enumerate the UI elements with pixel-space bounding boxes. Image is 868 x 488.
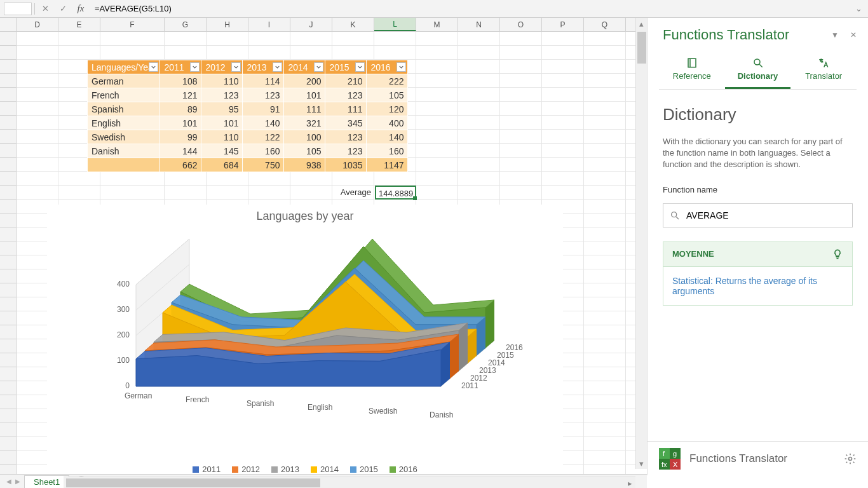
column-headers: DEFGHIJKLMNOPQ xyxy=(0,18,647,32)
panel-menu-icon[interactable]: ▼ xyxy=(831,30,839,39)
column-header[interactable]: J xyxy=(290,18,332,31)
lightbulb-icon xyxy=(832,248,843,260)
table-header[interactable]: 2011 xyxy=(160,60,201,74)
formula-input[interactable] xyxy=(91,3,850,15)
column-header[interactable]: M xyxy=(416,18,458,31)
row-header[interactable] xyxy=(0,409,16,423)
tab-reference[interactable]: Reference xyxy=(659,53,725,89)
row-header[interactable] xyxy=(0,74,16,88)
vertical-scrollbar[interactable]: ▴ ▾ xyxy=(635,18,647,469)
name-box[interactable] xyxy=(4,3,32,15)
row-header[interactable] xyxy=(0,144,16,158)
horizontal-scrollbar[interactable]: ◂ ▸ xyxy=(64,477,635,488)
row-header[interactable] xyxy=(0,172,16,186)
tab-dictionary[interactable]: Dictionary xyxy=(725,53,791,89)
row-header[interactable] xyxy=(0,158,16,172)
column-header[interactable]: N xyxy=(458,18,500,31)
filter-dropdown-icon[interactable] xyxy=(397,62,406,72)
row-header[interactable] xyxy=(0,186,16,200)
cancel-icon[interactable]: ✕ xyxy=(37,4,53,13)
row-header[interactable] xyxy=(0,339,16,353)
tab-translator[interactable]: Translator xyxy=(790,53,857,89)
row-header[interactable] xyxy=(0,255,16,269)
row-header[interactable] xyxy=(0,102,16,116)
row-header[interactable] xyxy=(0,451,16,465)
select-all-corner[interactable] xyxy=(0,18,17,31)
column-header[interactable]: L xyxy=(374,18,416,31)
sheet-tab-active[interactable]: Sheet1 xyxy=(24,475,69,488)
table-header[interactable]: 2016 xyxy=(367,60,408,74)
panel-description: With the dictionary you can search for a… xyxy=(663,136,853,171)
column-header[interactable]: P xyxy=(542,18,584,31)
table-header[interactable]: 2014 xyxy=(284,60,325,74)
expand-formula-icon[interactable]: ⌄ xyxy=(853,4,864,13)
column-header[interactable]: E xyxy=(58,18,100,31)
row-header[interactable] xyxy=(0,381,16,395)
row-header[interactable] xyxy=(0,130,16,144)
hscroll-thumb[interactable] xyxy=(66,478,320,487)
tab-nav-prev-icon[interactable]: ◀ xyxy=(6,478,11,485)
row-header[interactable] xyxy=(0,60,16,74)
table-header[interactable]: 2013 xyxy=(243,60,284,74)
selected-cell[interactable]: 144.8889 xyxy=(375,186,416,200)
legend-item: 2013 xyxy=(271,464,299,474)
filter-dropdown-icon[interactable] xyxy=(231,62,241,72)
column-header[interactable]: G xyxy=(165,18,207,31)
row-header[interactable] xyxy=(0,241,16,255)
scrollbar-thumb[interactable] xyxy=(637,32,646,64)
row-header[interactable] xyxy=(0,200,16,214)
row-header[interactable] xyxy=(0,116,16,130)
function-search-input[interactable] xyxy=(686,210,846,220)
scroll-up-icon[interactable]: ▴ xyxy=(636,18,647,29)
row-header[interactable] xyxy=(0,214,16,227)
svg-marker-18 xyxy=(459,323,468,371)
filter-dropdown-icon[interactable] xyxy=(273,62,282,72)
row-header[interactable] xyxy=(0,46,16,60)
row-header[interactable] xyxy=(0,227,16,241)
table-header[interactable]: 2015 xyxy=(325,60,367,74)
column-header[interactable]: F xyxy=(100,18,165,31)
tab-nav-next-icon[interactable]: ▶ xyxy=(15,478,20,485)
filter-dropdown-icon[interactable] xyxy=(314,62,323,72)
column-header[interactable]: I xyxy=(248,18,290,31)
scroll-down-icon[interactable]: ▾ xyxy=(636,458,647,469)
row-header[interactable] xyxy=(0,395,16,409)
table-header[interactable]: Languages/Year xyxy=(88,60,160,74)
row-header[interactable] xyxy=(0,297,16,311)
row-header[interactable] xyxy=(0,423,16,437)
filter-dropdown-icon[interactable] xyxy=(355,62,365,72)
row-header[interactable] xyxy=(0,325,16,339)
row-header[interactable] xyxy=(0,311,16,325)
filter-dropdown-icon[interactable] xyxy=(190,62,200,72)
row-header[interactable] xyxy=(0,367,16,381)
column-header[interactable]: D xyxy=(17,18,58,31)
chart-ytick: 400 xyxy=(111,280,130,288)
chart[interactable]: Languages by year 2011201220132014201520… xyxy=(47,205,563,478)
column-header[interactable]: H xyxy=(207,18,248,31)
panel-tabs: Reference Dictionary Translator xyxy=(659,53,857,90)
gear-icon[interactable] xyxy=(844,452,857,465)
table-header[interactable]: 2012 xyxy=(201,60,243,74)
confirm-icon[interactable]: ✓ xyxy=(55,4,71,13)
translation-result[interactable]: MOYENNE Statistical: Returns the average… xyxy=(663,241,853,306)
function-search-box[interactable] xyxy=(663,203,853,227)
row-header[interactable] xyxy=(0,283,16,297)
table-row: English101101140321345400 xyxy=(88,116,408,130)
filter-dropdown-icon[interactable] xyxy=(149,62,158,72)
row-header[interactable] xyxy=(0,269,16,283)
chart-series-label: 2011 xyxy=(461,381,478,390)
fx-icon[interactable]: fx xyxy=(73,3,88,14)
column-header[interactable]: Q xyxy=(584,18,626,31)
column-header[interactable]: K xyxy=(332,18,374,31)
row-header[interactable] xyxy=(0,353,16,367)
scroll-right-icon[interactable]: ▸ xyxy=(624,477,635,488)
functions-translator-panel: Functions Translator ▼ ✕ Reference Dicti… xyxy=(647,18,868,475)
svg-rect-25 xyxy=(688,58,696,67)
legend-item: 2014 xyxy=(311,464,339,474)
row-header[interactable] xyxy=(0,32,16,46)
row-header[interactable] xyxy=(0,88,16,102)
row-header[interactable] xyxy=(0,437,16,451)
panel-close-icon[interactable]: ✕ xyxy=(850,30,857,39)
column-header[interactable]: O xyxy=(500,18,542,31)
table-totals-row: 66268475093810351147 xyxy=(88,158,408,172)
